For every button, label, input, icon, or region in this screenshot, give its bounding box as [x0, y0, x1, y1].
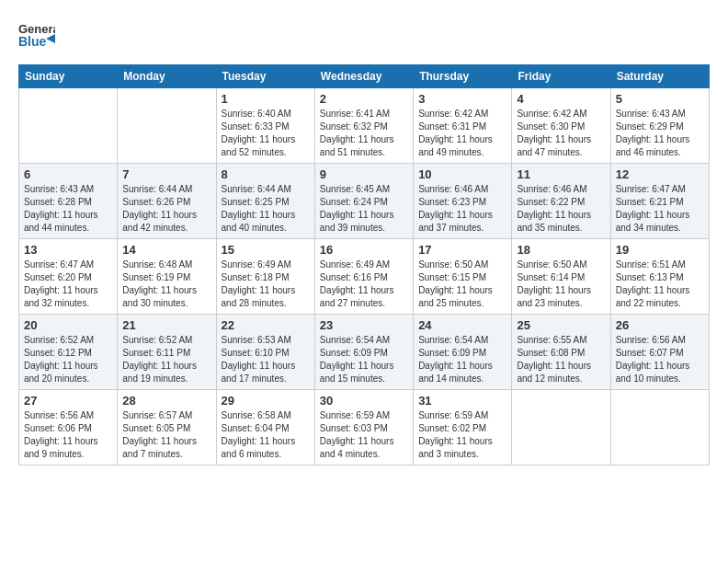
day-number: 5: [616, 92, 704, 106]
day-info: Sunrise: 6:57 AM Sunset: 6:05 PM Dayligh…: [122, 409, 210, 461]
calendar-cell: 18Sunrise: 6:50 AM Sunset: 6:14 PM Dayli…: [512, 239, 610, 315]
calendar-cell: 29Sunrise: 6:58 AM Sunset: 6:04 PM Dayli…: [216, 390, 314, 465]
calendar-cell: 7Sunrise: 6:44 AM Sunset: 6:26 PM Daylig…: [118, 164, 216, 239]
calendar-cell: 6Sunrise: 6:43 AM Sunset: 6:28 PM Daylig…: [19, 164, 118, 239]
calendar-cell: 23Sunrise: 6:54 AM Sunset: 6:09 PM Dayli…: [314, 315, 413, 390]
day-info: Sunrise: 6:52 AM Sunset: 6:12 PM Dayligh…: [24, 334, 112, 385]
day-number: 14: [122, 243, 210, 257]
calendar-cell: [512, 390, 610, 465]
calendar-cell: 20Sunrise: 6:52 AM Sunset: 6:12 PM Dayli…: [19, 315, 118, 390]
calendar-cell: 12Sunrise: 6:47 AM Sunset: 6:21 PM Dayli…: [610, 164, 709, 239]
day-info: Sunrise: 6:50 AM Sunset: 6:14 PM Dayligh…: [517, 259, 605, 310]
calendar-header-tuesday: Tuesday: [216, 65, 314, 88]
day-number: 4: [517, 92, 605, 106]
day-number: 16: [320, 243, 408, 257]
calendar-cell: 1Sunrise: 6:40 AM Sunset: 6:33 PM Daylig…: [216, 88, 314, 164]
calendar-cell: 3Sunrise: 6:42 AM Sunset: 6:31 PM Daylig…: [414, 88, 512, 164]
day-info: Sunrise: 6:40 AM Sunset: 6:33 PM Dayligh…: [222, 108, 310, 159]
calendar-header-row: SundayMondayTuesdayWednesdayThursdayFrid…: [19, 65, 710, 88]
day-info: Sunrise: 6:42 AM Sunset: 6:30 PM Dayligh…: [517, 108, 605, 159]
calendar-week-4: 20Sunrise: 6:52 AM Sunset: 6:12 PM Dayli…: [19, 315, 710, 390]
day-info: Sunrise: 6:48 AM Sunset: 6:19 PM Dayligh…: [122, 259, 210, 310]
day-number: 9: [320, 167, 408, 181]
calendar-header-thursday: Thursday: [414, 65, 512, 88]
calendar-cell: 13Sunrise: 6:47 AM Sunset: 6:20 PM Dayli…: [19, 239, 118, 315]
day-info: Sunrise: 6:41 AM Sunset: 6:32 PM Dayligh…: [320, 108, 408, 159]
calendar-cell: 27Sunrise: 6:56 AM Sunset: 6:06 PM Dayli…: [19, 390, 118, 465]
day-number: 13: [24, 243, 112, 257]
calendar-cell: 30Sunrise: 6:59 AM Sunset: 6:03 PM Dayli…: [314, 390, 413, 465]
day-number: 22: [222, 318, 310, 332]
day-number: 31: [418, 394, 506, 408]
day-number: 27: [24, 394, 112, 408]
day-info: Sunrise: 6:52 AM Sunset: 6:11 PM Dayligh…: [122, 334, 210, 385]
day-number: 28: [122, 394, 210, 408]
day-info: Sunrise: 6:43 AM Sunset: 6:28 PM Dayligh…: [24, 183, 112, 235]
calendar-cell: 9Sunrise: 6:45 AM Sunset: 6:24 PM Daylig…: [314, 164, 413, 239]
calendar-header-sunday: Sunday: [19, 65, 118, 88]
day-info: Sunrise: 6:42 AM Sunset: 6:31 PM Dayligh…: [418, 108, 506, 159]
calendar-cell: 14Sunrise: 6:48 AM Sunset: 6:19 PM Dayli…: [118, 239, 216, 315]
calendar: SundayMondayTuesdayWednesdayThursdayFrid…: [18, 64, 710, 465]
day-number: 21: [122, 318, 210, 332]
day-number: 29: [222, 394, 310, 408]
day-info: Sunrise: 6:44 AM Sunset: 6:26 PM Dayligh…: [122, 183, 210, 235]
day-number: 1: [222, 92, 310, 106]
day-info: Sunrise: 6:49 AM Sunset: 6:16 PM Dayligh…: [320, 259, 408, 310]
logo: General Blue: [18, 18, 55, 55]
day-number: 3: [418, 92, 506, 106]
calendar-cell: 31Sunrise: 6:59 AM Sunset: 6:02 PM Dayli…: [414, 390, 512, 465]
calendar-week-5: 27Sunrise: 6:56 AM Sunset: 6:06 PM Dayli…: [19, 390, 710, 465]
day-info: Sunrise: 6:58 AM Sunset: 6:04 PM Dayligh…: [222, 409, 310, 461]
day-info: Sunrise: 6:47 AM Sunset: 6:20 PM Dayligh…: [24, 259, 112, 310]
day-info: Sunrise: 6:50 AM Sunset: 6:15 PM Dayligh…: [418, 259, 506, 310]
day-number: 25: [517, 318, 605, 332]
calendar-cell: 11Sunrise: 6:46 AM Sunset: 6:22 PM Dayli…: [512, 164, 610, 239]
calendar-cell: 2Sunrise: 6:41 AM Sunset: 6:32 PM Daylig…: [314, 88, 413, 164]
calendar-week-2: 6Sunrise: 6:43 AM Sunset: 6:28 PM Daylig…: [19, 164, 710, 239]
day-info: Sunrise: 6:56 AM Sunset: 6:06 PM Dayligh…: [24, 409, 112, 461]
calendar-cell: 15Sunrise: 6:49 AM Sunset: 6:18 PM Dayli…: [216, 239, 314, 315]
calendar-cell: 5Sunrise: 6:43 AM Sunset: 6:29 PM Daylig…: [610, 88, 709, 164]
calendar-week-1: 1Sunrise: 6:40 AM Sunset: 6:33 PM Daylig…: [19, 88, 710, 164]
calendar-cell: 16Sunrise: 6:49 AM Sunset: 6:16 PM Dayli…: [314, 239, 413, 315]
day-info: Sunrise: 6:55 AM Sunset: 6:08 PM Dayligh…: [517, 334, 605, 385]
day-info: Sunrise: 6:43 AM Sunset: 6:29 PM Dayligh…: [616, 108, 704, 159]
day-info: Sunrise: 6:59 AM Sunset: 6:02 PM Dayligh…: [418, 409, 506, 461]
calendar-cell: 10Sunrise: 6:46 AM Sunset: 6:23 PM Dayli…: [414, 164, 512, 239]
calendar-cell: 22Sunrise: 6:53 AM Sunset: 6:10 PM Dayli…: [216, 315, 314, 390]
calendar-cell: 21Sunrise: 6:52 AM Sunset: 6:11 PM Dayli…: [118, 315, 216, 390]
calendar-cell: 26Sunrise: 6:56 AM Sunset: 6:07 PM Dayli…: [610, 315, 709, 390]
day-number: 7: [122, 167, 210, 181]
day-info: Sunrise: 6:47 AM Sunset: 6:21 PM Dayligh…: [616, 183, 704, 235]
day-number: 2: [320, 92, 408, 106]
calendar-cell: [610, 390, 709, 465]
day-number: 26: [616, 318, 704, 332]
calendar-cell: 28Sunrise: 6:57 AM Sunset: 6:05 PM Dayli…: [118, 390, 216, 465]
day-info: Sunrise: 6:54 AM Sunset: 6:09 PM Dayligh…: [418, 334, 506, 385]
day-info: Sunrise: 6:56 AM Sunset: 6:07 PM Dayligh…: [616, 334, 704, 385]
calendar-cell: 25Sunrise: 6:55 AM Sunset: 6:08 PM Dayli…: [512, 315, 610, 390]
day-info: Sunrise: 6:46 AM Sunset: 6:22 PM Dayligh…: [517, 183, 605, 235]
day-info: Sunrise: 6:45 AM Sunset: 6:24 PM Dayligh…: [320, 183, 408, 235]
page-header: General Blue: [18, 18, 710, 55]
calendar-cell: [118, 88, 216, 164]
calendar-header-saturday: Saturday: [610, 65, 709, 88]
calendar-header-wednesday: Wednesday: [314, 65, 413, 88]
calendar-cell: [19, 88, 118, 164]
day-number: 15: [222, 243, 310, 257]
day-info: Sunrise: 6:49 AM Sunset: 6:18 PM Dayligh…: [222, 259, 310, 310]
day-number: 20: [24, 318, 112, 332]
calendar-cell: 24Sunrise: 6:54 AM Sunset: 6:09 PM Dayli…: [414, 315, 512, 390]
calendar-header-friday: Friday: [512, 65, 610, 88]
day-number: 10: [418, 167, 506, 181]
day-number: 24: [418, 318, 506, 332]
day-info: Sunrise: 6:51 AM Sunset: 6:13 PM Dayligh…: [616, 259, 704, 310]
svg-text:Blue: Blue: [18, 34, 47, 49]
day-number: 23: [320, 318, 408, 332]
calendar-cell: 19Sunrise: 6:51 AM Sunset: 6:13 PM Dayli…: [610, 239, 709, 315]
day-info: Sunrise: 6:54 AM Sunset: 6:09 PM Dayligh…: [320, 334, 408, 385]
calendar-cell: 4Sunrise: 6:42 AM Sunset: 6:30 PM Daylig…: [512, 88, 610, 164]
day-number: 11: [517, 167, 605, 181]
day-info: Sunrise: 6:46 AM Sunset: 6:23 PM Dayligh…: [418, 183, 506, 235]
